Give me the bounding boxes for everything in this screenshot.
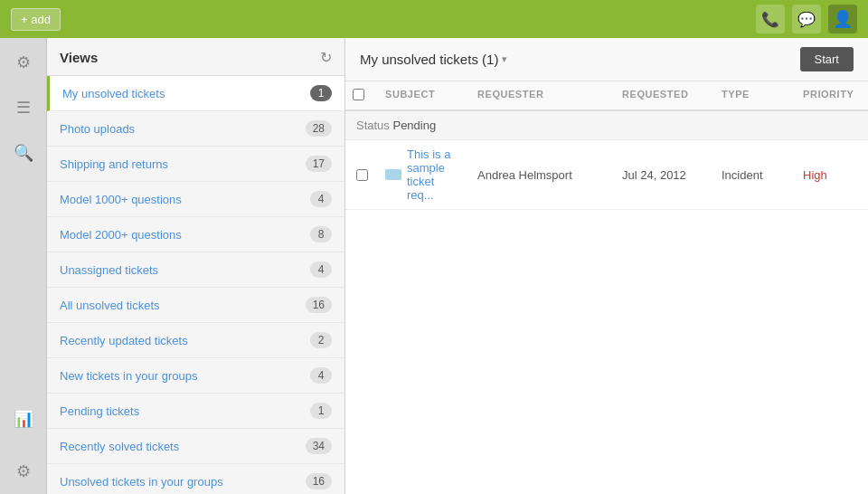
view-item-label-1: Photo uploads <box>60 122 135 136</box>
col-checkbox <box>345 89 378 102</box>
view-item-label-10: Recently solved tickets <box>60 440 179 453</box>
phone-icon[interactable]: 📞 <box>756 5 785 33</box>
topbar-left: + add <box>11 8 61 31</box>
ticket-type-0: Incident <box>714 168 796 182</box>
view-badge-3: 4 <box>310 191 332 207</box>
views-header: Views ↻ <box>47 38 344 76</box>
view-badge-9: 1 <box>310 403 332 419</box>
view-badge-7: 2 <box>310 332 332 348</box>
status-value: Pending <box>392 119 436 132</box>
view-item-7[interactable]: Recently updated tickets2 <box>47 323 344 358</box>
view-item-label-3: Model 1000+ questions <box>60 193 182 206</box>
view-item-label-0: My unsolved tickets <box>62 87 165 100</box>
view-item-11[interactable]: Unsolved tickets in your groups16 <box>47 464 344 494</box>
ticket-checkbox-0[interactable] <box>356 169 368 181</box>
col-subject: SUBJECT <box>378 89 470 102</box>
view-badge-4: 8 <box>310 226 332 242</box>
status-label: Status <box>356 119 392 132</box>
view-badge-2: 17 <box>306 156 332 172</box>
views-title: Views <box>60 50 98 65</box>
view-item-label-9: Pending tickets <box>60 404 139 418</box>
avatar[interactable]: 👤 <box>828 5 857 33</box>
col-type: TYPE <box>714 89 796 102</box>
main-layout: ⚙☰🔍📊⚙ Views ↻ My unsolved tickets1Photo … <box>0 38 868 494</box>
view-dropdown-arrow[interactable]: ▾ <box>502 53 507 65</box>
view-name: My unsolved tickets (1) ▾ <box>360 52 507 67</box>
col-priority: PRIORITY <box>796 89 868 102</box>
col-requested: REQUESTED <box>615 89 714 102</box>
channel-icon-0 <box>385 169 401 180</box>
view-item-10[interactable]: Recently solved tickets34 <box>47 429 344 464</box>
view-item-9[interactable]: Pending tickets1 <box>47 394 344 429</box>
tickets-container: This is a sample ticket req... Andrea He… <box>345 140 868 210</box>
select-all-checkbox[interactable] <box>353 89 364 100</box>
view-item-4[interactable]: Model 2000+ questions8 <box>47 217 344 252</box>
start-button[interactable]: Start <box>800 47 854 71</box>
chat-icon[interactable]: 💬 <box>792 5 821 33</box>
add-button[interactable]: + add <box>11 8 61 31</box>
status-row: Status Pending <box>345 111 868 140</box>
view-item-label-8: New tickets in your groups <box>60 369 197 383</box>
view-item-8[interactable]: New tickets in your groups4 <box>47 358 344 394</box>
search-icon[interactable]: 🔍 <box>8 138 39 168</box>
views-panel: Views ↻ My unsolved tickets1Photo upload… <box>47 38 345 494</box>
view-badge-5: 4 <box>310 261 332 278</box>
ticket-requested-0: Jul 24, 2012 <box>615 168 714 182</box>
icon-sidebar: ⚙☰🔍📊⚙ <box>0 38 47 494</box>
main-content: My unsolved tickets (1) ▾ Start SUBJECT … <box>345 38 868 494</box>
content-header: My unsolved tickets (1) ▾ Start <box>345 38 868 81</box>
view-item-label-11: Unsolved tickets in your groups <box>60 475 223 489</box>
view-item-label-2: Shipping and returns <box>60 157 168 171</box>
view-badge-0: 1 <box>310 85 332 101</box>
settings-top-icon[interactable]: ⚙ <box>8 47 39 78</box>
refresh-icon[interactable]: ↻ <box>320 49 332 66</box>
view-item-label-6: All unsolved tickets <box>60 299 160 312</box>
ticket-priority-0: High <box>796 168 868 182</box>
subject-text-0: This is a sample ticket req... <box>407 147 463 202</box>
view-item-6[interactable]: All unsolved tickets16 <box>47 288 344 323</box>
view-item-label-5: Unassigned tickets <box>60 263 158 277</box>
view-item-0[interactable]: My unsolved tickets1 <box>47 76 344 111</box>
view-badge-11: 16 <box>306 473 332 489</box>
view-item-2[interactable]: Shipping and returns17 <box>47 147 344 182</box>
view-item-5[interactable]: Unassigned tickets4 <box>47 252 344 288</box>
gear-bottom-icon[interactable]: ⚙ <box>8 456 39 487</box>
ticket-requester-0: Andrea Helmsport <box>470 168 615 182</box>
col-requester: REQUESTER <box>470 89 615 102</box>
view-item-label-7: Recently updated tickets <box>60 334 188 347</box>
view-badge-6: 16 <box>306 297 332 313</box>
ticket-subject-0: This is a sample ticket req... <box>378 147 470 202</box>
view-item-label-4: Model 2000+ questions <box>60 228 182 242</box>
view-item-3[interactable]: Model 1000+ questions4 <box>47 182 344 217</box>
topbar: + add 📞 💬 👤 <box>0 0 868 38</box>
topbar-right: 📞 💬 👤 <box>756 5 857 33</box>
view-title-text: My unsolved tickets (1) <box>360 52 498 67</box>
view-badge-1: 28 <box>306 120 332 137</box>
row-checkbox-0[interactable] <box>345 169 378 181</box>
menu-icon[interactable]: ☰ <box>8 92 39 123</box>
view-badge-10: 34 <box>306 438 332 454</box>
chart-icon[interactable]: 📊 <box>8 404 39 434</box>
table-row[interactable]: This is a sample ticket req... Andrea He… <box>345 140 868 210</box>
view-item-1[interactable]: Photo uploads28 <box>47 111 344 147</box>
view-badge-8: 4 <box>310 367 332 384</box>
ticket-table: SUBJECT REQUESTER REQUESTED TYPE PRIORIT… <box>345 81 868 494</box>
table-header: SUBJECT REQUESTER REQUESTED TYPE PRIORIT… <box>345 81 868 111</box>
views-list: My unsolved tickets1Photo uploads28Shipp… <box>47 76 344 494</box>
